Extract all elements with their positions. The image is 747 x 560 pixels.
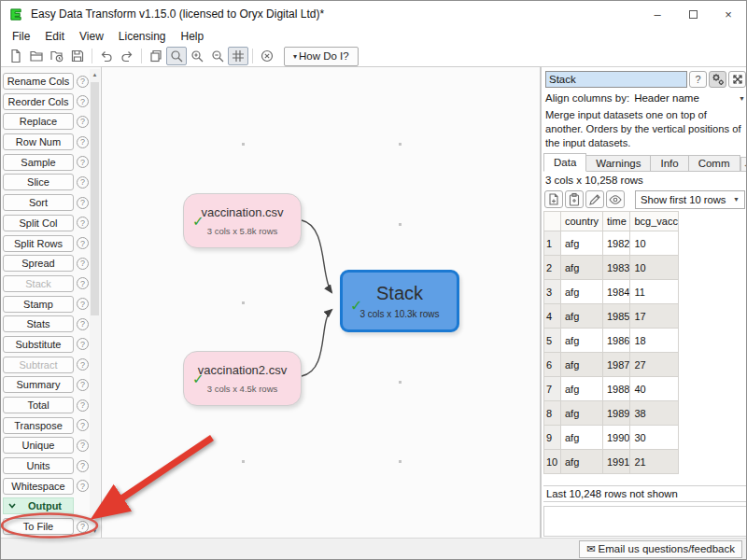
help-icon[interactable]: ? <box>77 237 89 249</box>
help-icon[interactable]: ? <box>77 399 89 412</box>
help-icon[interactable]: ? <box>77 338 89 350</box>
country-cell[interactable]: afg <box>561 304 603 329</box>
bcg-vacc-cell[interactable]: 38 <box>630 401 678 426</box>
country-cell[interactable]: afg <box>561 426 603 450</box>
output-section-header[interactable]: Output <box>3 497 89 514</box>
transform-button[interactable]: Stats <box>3 315 74 332</box>
column-header[interactable]: time <box>603 212 630 231</box>
minimize-button[interactable]: – <box>640 1 675 27</box>
align-columns-select[interactable]: Header name <box>634 92 739 104</box>
node-vaccination-csv[interactable]: ✓ vaccination.csv 3 cols x 5.8k rows <box>183 193 302 248</box>
help-icon[interactable]: ? <box>77 460 89 472</box>
transform-button[interactable]: Stamp <box>3 296 74 313</box>
menu-item[interactable]: File <box>5 28 37 45</box>
scroll-down-icon[interactable]: ▼ <box>90 525 100 537</box>
transform-button[interactable]: Reorder Cols <box>3 93 74 110</box>
options-button[interactable] <box>709 71 726 88</box>
table-row[interactable]: 7 afg 1988 40 <box>544 377 679 401</box>
inspector-tab[interactable]: Data <box>543 153 586 172</box>
paste-button[interactable] <box>565 190 584 208</box>
inspector-tab[interactable]: Comm <box>689 155 740 172</box>
transform-button[interactable]: Whitespace <box>3 478 74 495</box>
show-rows-dropdown[interactable]: Show first 10 rows ▼ <box>635 190 745 209</box>
close-button[interactable]: × <box>711 1 746 27</box>
open-file-button[interactable] <box>26 47 47 65</box>
maximize-button[interactable] <box>675 1 711 27</box>
help-icon[interactable]: ? <box>77 95 89 107</box>
bcg-vacc-cell[interactable]: 21 <box>630 450 678 474</box>
help-icon[interactable]: ? <box>77 217 89 229</box>
table-row[interactable]: 4 afg 1985 17 <box>544 304 679 329</box>
help-icon[interactable]: ? <box>77 197 89 209</box>
bcg-vacc-cell[interactable]: 10 <box>630 256 678 280</box>
table-row[interactable]: 10 afg 1991 21 <box>544 450 679 474</box>
table-row[interactable]: 3 afg 1984 11 <box>544 280 679 304</box>
transform-button[interactable]: Total <box>3 397 74 413</box>
table-row[interactable]: 8 afg 1989 38 <box>544 401 679 426</box>
column-header[interactable]: bcg_vacc <box>630 212 678 231</box>
table-row[interactable]: 2 afg 1983 10 <box>544 256 679 280</box>
open-recent-button[interactable] <box>47 47 67 65</box>
country-cell[interactable]: afg <box>561 353 603 377</box>
help-icon[interactable]: ? <box>77 379 89 391</box>
how-do-i-button[interactable]: ▾ How Do I? <box>284 47 359 66</box>
menu-item[interactable]: Licensing <box>111 28 174 45</box>
help-icon[interactable]: ? <box>77 258 89 270</box>
transform-button[interactable]: Split Col <box>3 215 74 231</box>
transform-button[interactable]: Split Rows <box>3 235 74 252</box>
time-cell[interactable]: 1989 <box>603 401 630 426</box>
toggle-grid-button[interactable] <box>228 47 248 65</box>
bcg-vacc-cell[interactable]: 40 <box>630 377 678 401</box>
help-icon[interactable]: ? <box>77 156 89 168</box>
column-header[interactable] <box>544 212 561 231</box>
time-cell[interactable]: 1987 <box>603 353 630 377</box>
bcg-vacc-cell[interactable]: 27 <box>630 353 678 377</box>
help-icon[interactable]: ? <box>77 318 89 330</box>
transform-button[interactable]: Spread <box>3 255 74 272</box>
transform-button[interactable]: Stack <box>3 275 74 292</box>
bcg-vacc-cell[interactable]: 11 <box>630 280 678 304</box>
transform-button[interactable]: Unique <box>3 437 74 454</box>
help-icon[interactable]: ? <box>77 277 89 289</box>
help-button[interactable]: ? <box>689 71 707 88</box>
undo-button[interactable] <box>96 47 117 65</box>
country-cell[interactable]: afg <box>561 256 603 280</box>
copy-with-header-button[interactable] <box>544 190 563 208</box>
node-stack[interactable]: ✓ Stack 3 cols x 10.3k rows <box>340 270 459 332</box>
help-icon[interactable]: ? <box>77 136 89 148</box>
time-cell[interactable]: 1985 <box>603 304 630 329</box>
transform-button[interactable]: Transpose <box>3 417 74 434</box>
country-cell[interactable]: afg <box>561 450 603 474</box>
node-vaccination2-csv[interactable]: ✓ vaccination2.csv 3 cols x 4.5k rows <box>183 351 302 406</box>
inspector-tab[interactable]: Warnings <box>586 155 651 172</box>
tab-prev-icon[interactable]: ◀ <box>740 157 747 172</box>
table-row[interactable]: 1 afg 1982 10 <box>544 231 679 256</box>
bcg-vacc-cell[interactable]: 17 <box>630 304 678 329</box>
flow-canvas[interactable]: ✓ vaccination.csv 3 cols x 5.8k rows ✓ v… <box>101 66 541 539</box>
duplicate-button[interactable] <box>146 47 166 65</box>
help-icon[interactable]: ? <box>77 440 89 452</box>
help-icon[interactable]: ? <box>77 76 89 88</box>
help-icon[interactable]: ? <box>77 521 89 533</box>
dropdown-arrow-icon[interactable]: ▼ <box>739 95 745 102</box>
preview-button[interactable] <box>606 190 625 208</box>
transform-button[interactable]: Subtract <box>3 357 74 373</box>
inspector-tab[interactable]: Info <box>651 155 688 172</box>
help-icon[interactable]: ? <box>77 480 89 492</box>
time-cell[interactable]: 1982 <box>603 231 630 256</box>
save-button[interactable] <box>67 47 88 65</box>
feedback-button[interactable]: ✉ Email us questions/feedback <box>579 540 742 558</box>
time-cell[interactable]: 1991 <box>603 450 630 474</box>
cancel-button[interactable] <box>257 47 277 65</box>
table-row[interactable]: 6 afg 1987 27 <box>544 353 679 377</box>
country-cell[interactable]: afg <box>561 401 603 426</box>
table-row[interactable]: 9 afg 1990 30 <box>544 426 679 450</box>
country-cell[interactable]: afg <box>561 231 603 256</box>
transform-button[interactable]: Sample <box>3 154 74 171</box>
time-cell[interactable]: 1983 <box>603 256 630 280</box>
transform-button[interactable]: Sort <box>3 194 74 211</box>
transform-button[interactable]: Units <box>3 457 74 474</box>
zoom-in-button[interactable] <box>187 47 207 65</box>
transform-button[interactable]: Replace <box>3 113 74 130</box>
time-cell[interactable]: 1984 <box>603 280 630 304</box>
